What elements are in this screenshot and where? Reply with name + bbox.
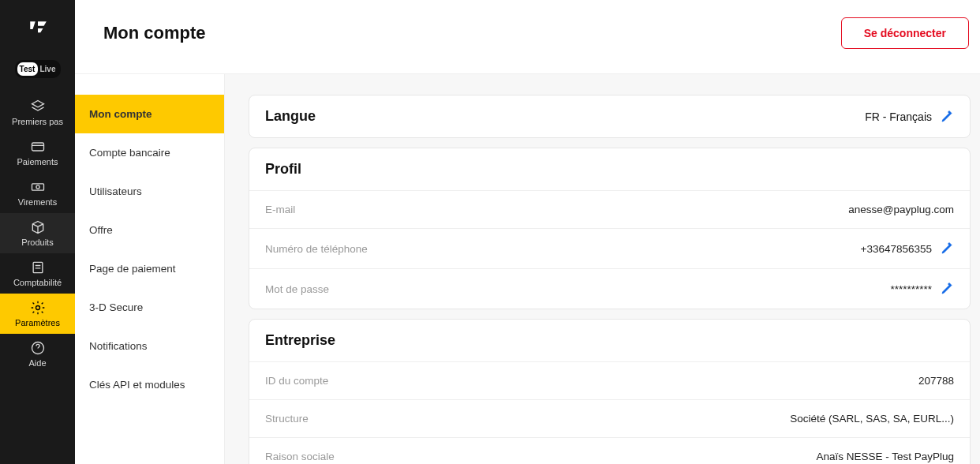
row-label: E-mail	[265, 204, 295, 215]
sidebar-item-paiements[interactable]: Paiements	[0, 133, 75, 173]
pencil-icon[interactable]	[940, 110, 954, 124]
subnav-item-3d-secure[interactable]: 3-D Secure	[75, 288, 224, 327]
row-value: **********	[890, 283, 932, 295]
subnav-item-cles-api[interactable]: Clés API et modules	[75, 365, 224, 404]
subnav-item-page-paiement[interactable]: Page de paiement	[75, 249, 224, 288]
sidebar-item-virements[interactable]: Virements	[0, 173, 75, 213]
row-value: Anaïs NESSE - Test PayPlug	[816, 451, 954, 462]
row-value: 207788	[918, 375, 954, 387]
row-label: Numéro de téléphone	[265, 243, 368, 255]
row-structure: Structure Société (SARL, SAS, SA, EURL..…	[249, 399, 970, 437]
row-label: Mot de passe	[265, 283, 329, 295]
env-test[interactable]: Test	[17, 62, 38, 76]
env-toggle[interactable]: Test Live	[15, 60, 61, 78]
svg-rect-3	[33, 262, 43, 272]
row-mot-de-passe: Mot de passe **********	[249, 268, 970, 309]
row-label: ID du compte	[265, 375, 328, 387]
card-entreprise: Entreprise ID du compte 207788 Structure…	[249, 319, 971, 464]
card-title: Profil	[265, 161, 301, 178]
card-langue: Langue FR - Français	[249, 95, 971, 138]
logout-button[interactable]: Se déconnecter	[841, 17, 969, 49]
subnav-item-notifications[interactable]: Notifications	[75, 327, 224, 365]
subnav-item-compte-bancaire[interactable]: Compte bancaire	[75, 133, 224, 172]
subnav-item-utilisateurs[interactable]: Utilisateurs	[75, 172, 224, 211]
layers-icon	[30, 99, 46, 114]
pencil-icon[interactable]	[940, 241, 954, 256]
gear-icon	[30, 301, 46, 315]
svg-rect-0	[32, 143, 43, 151]
row-telephone: Numéro de téléphone +33647856355	[249, 228, 970, 268]
sidebar-item-produits[interactable]: Produits	[0, 213, 75, 253]
sidebar-item-label: Paramètres	[15, 318, 60, 327]
svg-point-4	[36, 306, 39, 310]
svg-point-2	[36, 185, 39, 189]
row-label: Raison sociale	[265, 451, 335, 462]
pencil-icon[interactable]	[940, 282, 954, 296]
row-id-compte: ID du compte 207788	[249, 361, 970, 399]
sidebar-item-label: Premiers pas	[12, 117, 63, 126]
row-label: Structure	[265, 413, 309, 425]
sidebar-item-label: Paiements	[17, 157, 58, 167]
brand-logo	[28, 19, 48, 38]
sidebar-item-parametres[interactable]: Paramètres	[0, 294, 75, 334]
banknote-icon	[30, 180, 46, 194]
row-raison-sociale: Raison sociale Anaïs NESSE - Test PayPlu…	[249, 437, 970, 464]
env-live[interactable]: Live	[38, 62, 58, 76]
package-icon	[30, 220, 46, 234]
sidebar-item-label: Produits	[21, 238, 53, 247]
receipt-icon	[30, 260, 46, 275]
page-title: Mon compte	[103, 23, 206, 43]
topbar: Mon compte Se déconnecter	[75, 0, 980, 51]
sidebar-item-premiers-pas[interactable]: Premiers pas	[0, 92, 75, 133]
sidebar-item-aide[interactable]: Aide	[0, 334, 75, 374]
sidebar-item-comptabilite[interactable]: Comptabilité	[0, 253, 75, 294]
primary-sidebar: Test Live Premiers pas Paiements Viremen…	[0, 0, 75, 464]
card-title: Entreprise	[265, 332, 335, 349]
subnav-item-mon-compte[interactable]: Mon compte	[75, 95, 224, 133]
row-value: anesse@payplug.com	[848, 204, 954, 215]
svg-rect-1	[32, 184, 43, 190]
sidebar-item-label: Virements	[18, 197, 57, 207]
help-icon	[30, 341, 46, 355]
subnav-item-offre[interactable]: Offre	[75, 211, 224, 249]
card-profil: Profil E-mail anesse@payplug.com Numéro …	[249, 148, 971, 309]
credit-card-icon	[30, 140, 46, 154]
langue-value: FR - Français	[865, 110, 932, 123]
sidebar-item-label: Aide	[28, 358, 46, 368]
row-value: Société (SARL, SAS, SA, EURL...)	[790, 413, 954, 425]
sidebar-item-label: Comptabilité	[13, 278, 62, 287]
row-email: E-mail anesse@payplug.com	[249, 190, 970, 228]
card-title: Langue	[265, 108, 316, 125]
row-value: +33647856355	[861, 243, 932, 255]
